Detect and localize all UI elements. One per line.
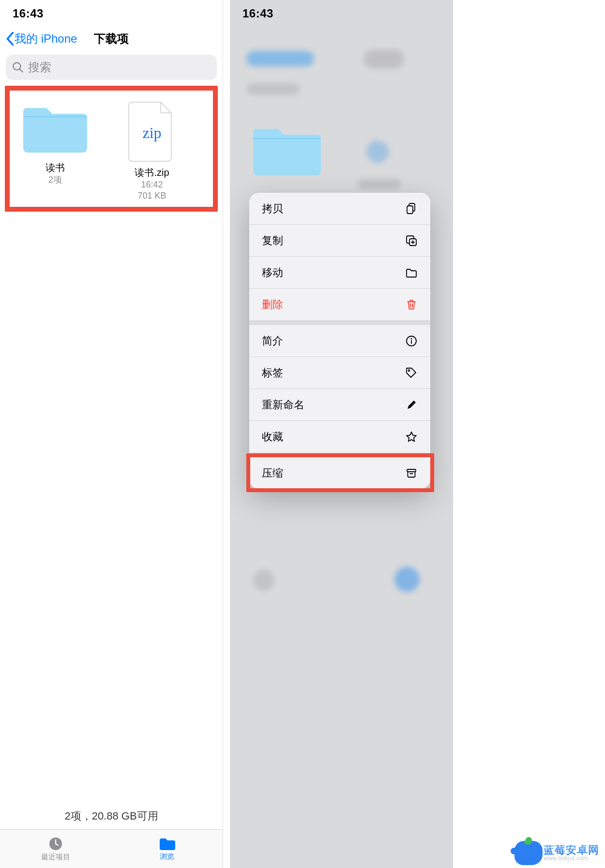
file-name: 读书 bbox=[45, 161, 65, 174]
blurred-element bbox=[246, 51, 314, 66]
duplicate-icon bbox=[405, 234, 418, 247]
context-menu-screen: 16:43 拷贝复制移动删除简介标签重新命名收藏压缩 bbox=[230, 0, 453, 868]
menu-separator bbox=[249, 320, 430, 325]
tab-browse[interactable]: 浏览 bbox=[111, 830, 223, 868]
folder-icon bbox=[19, 100, 91, 155]
chevron-left-icon bbox=[6, 32, 15, 46]
tab-bar: 最近项目 浏览 bbox=[0, 829, 223, 868]
info-icon bbox=[405, 335, 418, 347]
folder-icon bbox=[405, 266, 418, 279]
menu-item-duplicate[interactable]: 复制 bbox=[249, 225, 430, 256]
blurred-element bbox=[363, 49, 404, 69]
clock-icon bbox=[48, 836, 63, 852]
selected-folder-icon[interactable] bbox=[249, 121, 325, 179]
svg-point-10 bbox=[408, 370, 409, 371]
menu-item-label: 压缩 bbox=[262, 466, 283, 480]
svg-rect-11 bbox=[407, 469, 416, 472]
menu-item-tag[interactable]: 标签 bbox=[249, 357, 430, 388]
blurred-element bbox=[253, 570, 274, 591]
watermark-title: 蓝莓安卓网 bbox=[544, 845, 599, 855]
folder-icon bbox=[158, 837, 176, 851]
back-label: 我的 iPhone bbox=[15, 31, 77, 46]
blurred-element bbox=[394, 567, 420, 592]
blurred-element bbox=[366, 140, 389, 163]
context-menu: 拷贝复制移动删除简介标签重新命名收藏压缩 bbox=[249, 193, 430, 489]
svg-line-1 bbox=[20, 69, 23, 72]
menu-item-label: 重新命名 bbox=[262, 398, 304, 412]
watermark-sub: www.lmkjst.com bbox=[544, 855, 599, 861]
search-placeholder: 搜索 bbox=[28, 60, 51, 75]
menu-item-label: 拷贝 bbox=[262, 202, 283, 216]
menu-item-archive[interactable]: 压缩 bbox=[249, 457, 430, 489]
menu-item-label: 复制 bbox=[262, 233, 283, 248]
file-size: 701 KB bbox=[137, 190, 166, 202]
status-time: 16:43 bbox=[242, 7, 273, 20]
file-sub: 2项 bbox=[48, 174, 62, 186]
watermark: 蓝莓安卓网 www.lmkjst.com bbox=[514, 841, 599, 865]
files-app-screen: 16:43 我的 iPhone 下载项 搜索 读书 2项 bbox=[0, 0, 223, 868]
pane-divider bbox=[223, 0, 230, 868]
storage-footer: 2项，20.88 GB可用 bbox=[0, 809, 223, 829]
menu-item-star[interactable]: 收藏 bbox=[249, 421, 430, 452]
menu-item-folder[interactable]: 移动 bbox=[249, 257, 430, 288]
zip-file-item[interactable]: zip 读书.zip 16:42 701 KB bbox=[104, 100, 200, 201]
menu-item-label: 移动 bbox=[262, 265, 283, 280]
menu-item-label: 简介 bbox=[262, 334, 283, 348]
trash-icon bbox=[405, 298, 418, 311]
menu-item-label: 收藏 bbox=[262, 430, 283, 444]
status-time: 16:43 bbox=[13, 7, 44, 20]
folder-item[interactable]: 读书 2项 bbox=[7, 100, 104, 201]
menu-separator bbox=[249, 452, 430, 457]
search-input[interactable]: 搜索 bbox=[6, 55, 217, 80]
watermark-logo bbox=[514, 841, 543, 865]
archive-icon bbox=[405, 467, 418, 480]
nav-bar: 我的 iPhone 下载项 bbox=[0, 27, 223, 51]
back-button[interactable]: 我的 iPhone bbox=[6, 31, 77, 46]
menu-item-label: 标签 bbox=[262, 366, 283, 380]
menu-item-info[interactable]: 简介 bbox=[249, 325, 430, 356]
tab-label: 浏览 bbox=[160, 852, 174, 861]
pencil-icon bbox=[405, 399, 418, 411]
menu-item-trash[interactable]: 删除 bbox=[249, 289, 430, 320]
tab-recent[interactable]: 最近项目 bbox=[0, 830, 111, 868]
menu-item-label: 删除 bbox=[262, 297, 283, 312]
tab-label: 最近项目 bbox=[41, 852, 70, 862]
file-time: 16:42 bbox=[141, 179, 163, 190]
search-icon bbox=[12, 61, 24, 74]
status-bar: 16:43 bbox=[0, 0, 223, 27]
blurred-element bbox=[246, 83, 300, 95]
copy-docs-icon bbox=[405, 202, 418, 215]
zip-file-icon: zip bbox=[127, 100, 177, 163]
tag-icon bbox=[405, 367, 418, 379]
blurred-element bbox=[358, 179, 401, 189]
svg-point-9 bbox=[411, 338, 412, 340]
svg-rect-5 bbox=[407, 206, 413, 214]
menu-item-pencil[interactable]: 重新命名 bbox=[249, 389, 430, 420]
svg-text:zip: zip bbox=[142, 124, 161, 141]
menu-item-copy-docs[interactable]: 拷贝 bbox=[249, 193, 430, 224]
status-bar: 16:43 bbox=[230, 0, 453, 27]
file-grid-area: 读书 2项 zip 读书.zip 16:42 701 KB bbox=[0, 86, 223, 809]
star-icon bbox=[405, 431, 418, 443]
file-name: 读书.zip bbox=[135, 166, 169, 179]
